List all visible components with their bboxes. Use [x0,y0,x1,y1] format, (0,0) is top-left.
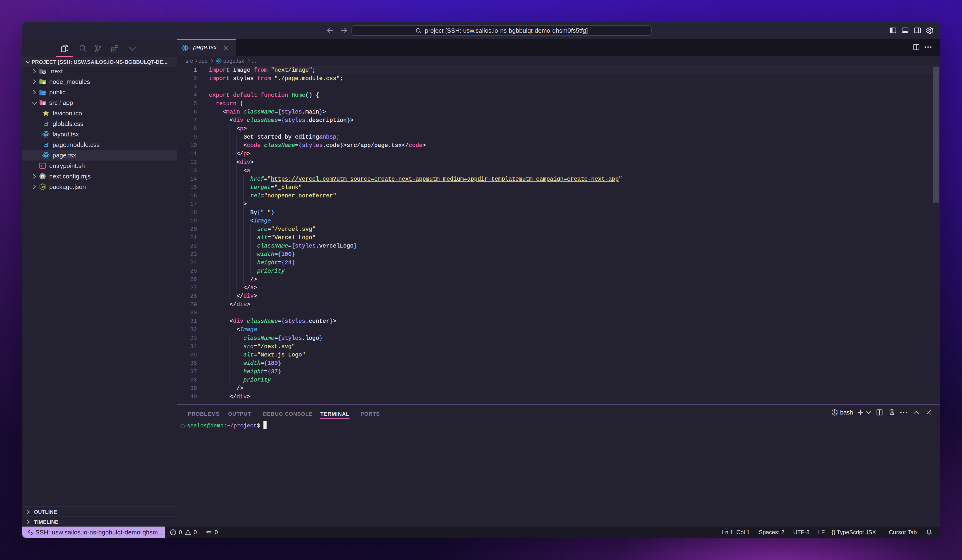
svg-text:$: $ [834,412,835,415]
svg-text:JS: JS [41,185,45,189]
